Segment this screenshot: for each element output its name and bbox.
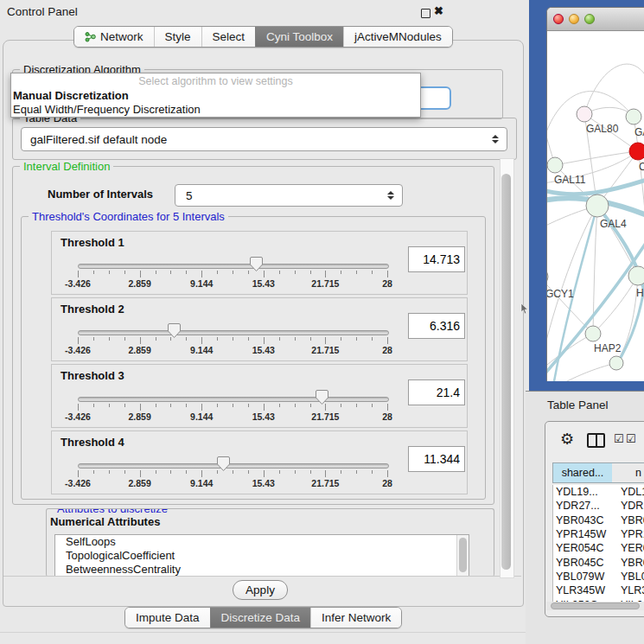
slider-handle[interactable] (249, 256, 264, 272)
slider-tick (248, 404, 249, 407)
table-data-combobox[interactable]: galFiltered.sif default node (21, 127, 507, 151)
table-row[interactable]: YER054CYER0 (553, 541, 644, 555)
tab-impute-data[interactable]: Impute Data (125, 608, 210, 628)
threshold-3-box: Threshold 3-3.4262.8599.14415.4321.71528 (51, 364, 468, 428)
table-panel-title: Table Panel (547, 399, 609, 411)
gear-icon[interactable]: ⚙ (560, 431, 574, 447)
slider-tick (186, 271, 187, 274)
table-horizontal-scrollbar[interactable] (546, 602, 644, 610)
threshold-value-field[interactable] (408, 379, 465, 405)
network-inner-window: GAL80GACGAL11GAL4GCY1HHAP2 (546, 7, 644, 381)
table-row[interactable]: YPR145WYPR1 (553, 527, 644, 541)
table-row[interactable]: YLR345WYLR3 (553, 583, 644, 597)
slider-tick (264, 470, 265, 477)
slider-tick (341, 337, 341, 341)
slider-tick (356, 404, 357, 407)
threshold-value-field[interactable] (408, 313, 465, 339)
column-header-shared-name[interactable]: shared... (552, 462, 613, 483)
network-node-h[interactable] (628, 266, 644, 285)
control-panel-title: Control Panel (7, 5, 78, 18)
table-row[interactable]: YBR045CYBR0 (553, 556, 644, 570)
network-window-titlebar[interactable] (547, 8, 644, 31)
slider-tick (341, 271, 341, 274)
tab-network[interactable]: Network (74, 27, 154, 47)
table-row[interactable]: YBL079WYBL0 (553, 570, 644, 583)
slider-tick-label: 9.144 (190, 278, 213, 289)
tab-label: Infer Network (322, 611, 391, 624)
network-node-gcy1[interactable] (547, 268, 548, 285)
cell-name: YBL0 (621, 570, 644, 583)
spinner-arrows-icon (492, 135, 499, 143)
slider-handle[interactable] (167, 322, 182, 339)
threshold-value-field[interactable] (408, 246, 465, 272)
network-icon (85, 31, 96, 42)
slider-tick (372, 404, 373, 407)
numerical-attributes-list[interactable]: SelfLoopsTopologicalCoefficientBetweenne… (54, 534, 469, 577)
slider-tick (264, 337, 265, 344)
mouse-cursor (520, 303, 529, 315)
network-node-c[interactable] (629, 143, 644, 160)
table-row[interactable]: YDL19...YDL1 (553, 485, 644, 499)
slider-tick (109, 470, 110, 474)
slider-tick-label: 2.859 (128, 478, 150, 488)
tab-select[interactable]: Select (201, 27, 256, 47)
minimize-traffic-light[interactable] (569, 14, 579, 24)
network-node-gal11[interactable] (547, 157, 563, 173)
slider-track[interactable] (78, 330, 389, 335)
zoom-traffic-light[interactable] (584, 14, 595, 24)
cell-shared-name: YDL19... (553, 485, 621, 499)
slider-track[interactable] (78, 264, 389, 269)
number-of-intervals-combobox[interactable]: 5 (175, 184, 403, 207)
threshold-1-slider[interactable]: -3.4262.8599.14415.4321.71528 (78, 258, 387, 292)
slider-track[interactable] (78, 463, 389, 469)
network-node-gal4[interactable] (586, 194, 609, 217)
threshold-3-slider[interactable]: -3.4262.8599.14415.4321.71528 (78, 391, 387, 425)
menu-item-manual-discretization[interactable]: Manual Discretization (11, 89, 420, 103)
threshold-2-slider[interactable]: -3.4262.8599.14415.4321.71528 (78, 324, 387, 359)
column-header-name[interactable]: n (612, 462, 644, 483)
table-row[interactable]: YBR043CYBR0 (553, 513, 644, 527)
slider-tick (140, 470, 141, 477)
network-node-item[interactable] (609, 356, 623, 370)
slider-handle[interactable] (315, 389, 329, 405)
spinner-arrows-icon (387, 191, 394, 200)
network-node-gal80[interactable] (577, 106, 592, 122)
apply-button[interactable]: Apply (233, 580, 288, 600)
tab-jactivemnodules[interactable]: jActiveMNodules (343, 27, 452, 47)
close-traffic-light[interactable] (553, 14, 564, 24)
settings-scrollbar[interactable] (500, 158, 514, 578)
tab-style[interactable]: Style (154, 27, 201, 47)
threshold-4-box: Threshold 4-3.4262.8599.14415.4321.71528 (51, 430, 468, 494)
network-node-label: H (636, 287, 644, 299)
slider-track[interactable] (78, 397, 389, 402)
split-columns-icon[interactable] (587, 433, 605, 448)
tab-discretize-data[interactable]: Discretize Data (210, 608, 311, 628)
slider-handle[interactable] (216, 456, 231, 472)
tab-cyni-toolbox[interactable]: Cyni Toolbox (255, 27, 343, 47)
tab-infer-network[interactable]: Infer Network (310, 608, 401, 628)
slider-tick (279, 271, 280, 274)
table-row[interactable]: YDR27...YDR2 (553, 499, 644, 513)
network-node-hap2[interactable] (585, 326, 601, 341)
attribute-item-selfloops[interactable]: SelfLoops (55, 535, 469, 549)
checkbox-icon[interactable]: ☑ (614, 432, 624, 445)
network-node-ga[interactable] (626, 109, 641, 124)
checkbox-icon[interactable]: ☑ (626, 432, 636, 445)
slider-tick-label: 28 (382, 411, 392, 422)
attribute-item-betweennesscentrality[interactable]: BetweennessCentrality (55, 563, 469, 577)
numerical-attributes-label: Numerical Attributes (50, 515, 160, 528)
threshold-value-field[interactable] (408, 446, 465, 472)
slider-tick (279, 337, 280, 341)
threshold-4-slider[interactable]: -3.4262.8599.14415.4321.71528 (78, 457, 387, 492)
float-window-icon[interactable] (421, 9, 430, 18)
network-edge (584, 64, 644, 114)
close-icon[interactable]: ✖ (434, 4, 443, 17)
attributes-list-scrollbar[interactable] (456, 535, 469, 577)
network-view-window: GAL80GACGAL11GAL4GCY1HHAP2 (529, 0, 644, 391)
attribute-item-topologicalcoefficient[interactable]: TopologicalCoefficient (55, 549, 469, 563)
tab-label: Cyni Toolbox (266, 30, 333, 43)
menu-item-equal-width-frequency[interactable]: Equal Width/Frequency Discretization (11, 103, 420, 117)
threshold-1-box: Threshold 1-3.4262.8599.14415.4321.71528 (51, 231, 468, 295)
tab-label: jActiveMNodules (354, 30, 442, 43)
network-canvas[interactable]: GAL80GACGAL11GAL4GCY1HHAP2 (547, 30, 644, 381)
